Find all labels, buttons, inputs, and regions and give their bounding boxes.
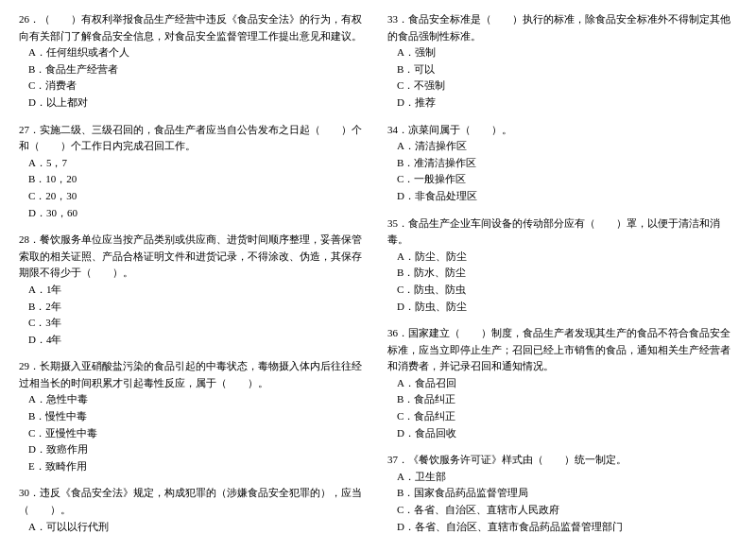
question-text-q30: 30．违反《食品安全法》规定，构成犯罪的（涉嫌食品安全犯罪的），应当（ ）。: [19, 485, 369, 518]
option: B．国家食品药品监督管理局: [397, 485, 737, 502]
question-text-q34: 34．凉菜间属于（ ）。: [387, 122, 737, 139]
options-q33: A．强制B．可以C．不强制D．推荐: [387, 44, 737, 111]
option: D．非食品处理区: [397, 188, 737, 205]
question-block-q37: 37．《餐饮服务许可证》样式由（ ）统一制定。A．卫生部B．国家食品药品监督管理…: [387, 452, 737, 534]
question-block-q28: 28．餐饮服务单位应当按产品类别或供应商、进货时间顺序整理，妥善保管索取的相关证…: [19, 232, 369, 348]
options-q27: A．5，7B．10，20C．20，30D．30，60: [19, 155, 369, 221]
right-column: 33．食品安全标准是（ ）执行的标准，除食品安全标准外不得制定其他的食品强制性标…: [387, 11, 737, 534]
options-q28: A．1年B．2年C．3年D．4年: [19, 282, 369, 348]
question-block-q27: 27．实施二级、三级召回的，食品生产者应当自公告发布之日起（ ）个和（ ）个工作…: [19, 122, 369, 222]
option: D．30，60: [28, 205, 369, 222]
option: B．慢性中毒: [28, 408, 369, 425]
question-text-q33: 33．食品安全标准是（ ）执行的标准，除食品安全标准外不得制定其他的食品强制性标…: [387, 11, 737, 44]
option: C．3年: [28, 315, 369, 332]
options-q35: A．防尘、防尘B．防水、防尘C．防虫、防虫D．防虫、防尘: [387, 249, 737, 315]
option: C．防虫、防虫: [397, 282, 737, 299]
option: A．清洁操作区: [397, 138, 737, 155]
option: D．以上都对: [28, 95, 369, 112]
option: A．1年: [28, 282, 369, 299]
option: C．亚慢性中毒: [28, 425, 369, 442]
question-text-q37: 37．《餐饮服务许可证》样式由（ ）统一制定。: [387, 452, 737, 469]
questions-wrapper: 26．（ ）有权利举报食品生产经营中违反《食品安全法》的行为，有权向有关部门了解…: [19, 11, 737, 534]
option: A．急性中毒: [28, 391, 369, 408]
option: B．准清洁操作区: [397, 155, 737, 172]
question-text-q36: 36．国家建立（ ）制度，食品生产者发现其生产的食品不符合食品安全标准，应当立即…: [387, 325, 737, 375]
option: A．卫生部: [397, 469, 737, 486]
option: B．10，20: [28, 171, 369, 188]
option: B．食品生产经营者: [28, 61, 369, 78]
options-q36: A．食品召回B．食品纠正C．食品纠正D．食品回收: [387, 375, 737, 441]
option: B．可以: [397, 61, 737, 78]
question-block-q33: 33．食品安全标准是（ ）执行的标准，除食品安全标准外不得制定其他的食品强制性标…: [387, 11, 737, 112]
left-column: 26．（ ）有权利举报食品生产经营中违反《食品安全法》的行为，有权向有关部门了解…: [19, 11, 369, 534]
option: B．防水、防尘: [397, 265, 737, 282]
options-q26: A．任何组织或者个人B．食品生产经营者C．消费者D．以上都对: [19, 44, 369, 111]
option: D．4年: [28, 332, 369, 349]
option: A．食品召回: [397, 375, 737, 392]
question-block-q35: 35．食品生产企业车间设备的传动部分应有（ ）罩，以便于清洁和消毒。A．防尘、防…: [387, 215, 737, 316]
option: D．防虫、防尘: [397, 299, 737, 316]
option: A．5，7: [28, 155, 369, 172]
question-block-q36: 36．国家建立（ ）制度，食品生产者发现其生产的食品不符合食品安全标准，应当立即…: [387, 325, 737, 441]
question-text-q26: 26．（ ）有权利举报食品生产经营中违反《食品安全法》的行为，有权向有关部门了解…: [19, 11, 369, 44]
question-block-q30: 30．违反《食品安全法》规定，构成犯罪的（涉嫌食品安全犯罪的），应当（ ）。A．…: [19, 485, 369, 534]
option: A．可以以行代刑: [28, 519, 369, 534]
question-block-q26: 26．（ ）有权利举报食品生产经营中违反《食品安全法》的行为，有权向有关部门了解…: [19, 11, 369, 112]
question-text-q27: 27．实施二级、三级召回的，食品生产者应当自公告发布之日起（ ）个和（ ）个工作…: [19, 122, 369, 155]
option: C．20，30: [28, 188, 369, 205]
option: A．强制: [397, 44, 737, 61]
option: D．致癌作用: [28, 441, 369, 458]
option: B．2年: [28, 299, 369, 316]
question-text-q29: 29．长期摄入亚硝酸盐污染的食品引起的中毒状态，毒物摄入体内后往往经过相当长的时…: [19, 358, 369, 391]
options-q37: A．卫生部B．国家食品药品监督管理局C．各省、自治区、直辖市人民政府D．各省、自…: [387, 469, 737, 534]
option: D．各省、自治区、直辖市食品药品监督管理部门: [397, 519, 737, 534]
option: C．消费者: [28, 78, 369, 95]
option: D．推荐: [397, 95, 737, 112]
option: C．各省、自治区、直辖市人民政府: [397, 502, 737, 519]
option: B．食品纠正: [397, 391, 737, 408]
option: D．食品回收: [397, 425, 737, 442]
page-container: 26．（ ）有权利举报食品生产经营中违反《食品安全法》的行为，有权向有关部门了解…: [19, 11, 737, 534]
question-text-q28: 28．餐饮服务单位应当按产品类别或供应商、进货时间顺序整理，妥善保管索取的相关证…: [19, 232, 369, 282]
options-q34: A．清洁操作区B．准清洁操作区C．一般操作区D．非食品处理区: [387, 138, 737, 204]
option: A．任何组织或者个人: [28, 44, 369, 61]
options-q29: A．急性中毒B．慢性中毒C．亚慢性中毒D．致癌作用E．致畸作用: [19, 391, 369, 474]
question-text-q35: 35．食品生产企业车间设备的传动部分应有（ ）罩，以便于清洁和消毒。: [387, 215, 737, 249]
option: A．防尘、防尘: [397, 249, 737, 266]
option: E．致畸作用: [28, 458, 369, 475]
option: C．一般操作区: [397, 171, 737, 188]
options-q30: A．可以以行代刑B．依法追究其刑事责任C．依法不追究其刑事责任的，不得给予行政处…: [19, 519, 369, 534]
question-block-q34: 34．凉菜间属于（ ）。A．清洁操作区B．准清洁操作区C．一般操作区D．非食品处…: [387, 122, 737, 205]
option: C．不强制: [397, 78, 737, 95]
question-block-q29: 29．长期摄入亚硝酸盐污染的食品引起的中毒状态，毒物摄入体内后往往经过相当长的时…: [19, 358, 369, 474]
option: C．食品纠正: [397, 408, 737, 425]
